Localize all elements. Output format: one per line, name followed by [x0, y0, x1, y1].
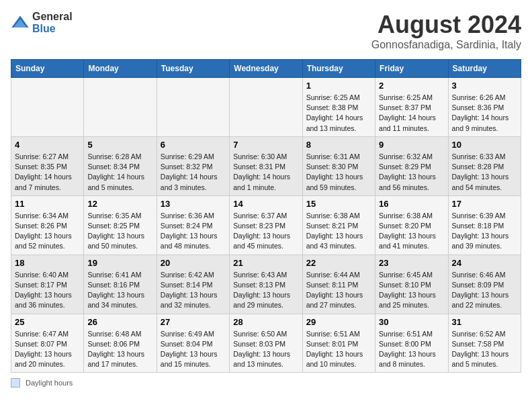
calendar-table: SundayMondayTuesdayWednesdayThursdayFrid…	[11, 59, 521, 373]
header-cell-friday: Friday	[375, 60, 448, 78]
day-number: 19	[87, 258, 152, 268]
day-number: 16	[379, 199, 444, 209]
calendar-cell: 15Sunrise: 6:38 AM Sunset: 8:21 PM Dayli…	[302, 195, 375, 255]
day-info: Sunrise: 6:44 AM Sunset: 8:11 PM Dayligh…	[306, 270, 371, 311]
day-info: Sunrise: 6:52 AM Sunset: 7:58 PM Dayligh…	[452, 329, 517, 370]
calendar-cell: 17Sunrise: 6:39 AM Sunset: 8:18 PM Dayli…	[448, 195, 521, 255]
day-number: 4	[15, 140, 80, 150]
calendar-cell	[84, 78, 157, 137]
calendar-cell: 2Sunrise: 6:25 AM Sunset: 8:37 PM Daylig…	[375, 78, 448, 137]
day-number: 5	[87, 140, 152, 150]
calendar-cell: 11Sunrise: 6:34 AM Sunset: 8:26 PM Dayli…	[11, 195, 84, 255]
day-info: Sunrise: 6:33 AM Sunset: 8:28 PM Dayligh…	[452, 152, 517, 193]
day-number: 2	[379, 81, 444, 91]
day-number: 20	[161, 258, 226, 268]
calendar-cell: 30Sunrise: 6:51 AM Sunset: 8:00 PM Dayli…	[375, 314, 448, 373]
week-row-4: 25Sunrise: 6:47 AM Sunset: 8:07 PM Dayli…	[11, 314, 521, 373]
calendar-cell: 19Sunrise: 6:41 AM Sunset: 8:16 PM Dayli…	[84, 255, 157, 314]
logo-blue: Blue	[32, 23, 56, 34]
calendar-cell	[157, 78, 229, 137]
calendar-cell: 23Sunrise: 6:45 AM Sunset: 8:10 PM Dayli…	[375, 255, 448, 314]
title-area: August 2024 Gonnosfanadiga, Sardinia, It…	[371, 11, 521, 51]
day-info: Sunrise: 6:37 AM Sunset: 8:23 PM Dayligh…	[233, 211, 298, 252]
day-number: 15	[306, 199, 371, 209]
day-info: Sunrise: 6:40 AM Sunset: 8:17 PM Dayligh…	[15, 270, 80, 311]
main-title: August 2024	[371, 11, 521, 39]
day-number: 18	[15, 258, 80, 268]
calendar-cell: 27Sunrise: 6:49 AM Sunset: 8:04 PM Dayli…	[157, 314, 229, 373]
day-info: Sunrise: 6:49 AM Sunset: 8:04 PM Dayligh…	[161, 329, 226, 370]
calendar-cell: 29Sunrise: 6:51 AM Sunset: 8:01 PM Dayli…	[302, 314, 375, 373]
header-cell-monday: Monday	[84, 60, 157, 78]
day-info: Sunrise: 6:48 AM Sunset: 8:06 PM Dayligh…	[87, 329, 152, 370]
day-info: Sunrise: 6:30 AM Sunset: 8:31 PM Dayligh…	[233, 152, 298, 193]
day-info: Sunrise: 6:45 AM Sunset: 8:10 PM Dayligh…	[379, 270, 444, 311]
day-number: 31	[452, 317, 517, 327]
day-info: Sunrise: 6:42 AM Sunset: 8:14 PM Dayligh…	[161, 270, 226, 311]
day-info: Sunrise: 6:51 AM Sunset: 8:00 PM Dayligh…	[379, 329, 444, 370]
calendar-cell: 14Sunrise: 6:37 AM Sunset: 8:23 PM Dayli…	[230, 195, 302, 255]
day-info: Sunrise: 6:38 AM Sunset: 8:20 PM Dayligh…	[379, 211, 444, 252]
calendar-cell: 8Sunrise: 6:31 AM Sunset: 8:30 PM Daylig…	[302, 136, 375, 195]
day-info: Sunrise: 6:38 AM Sunset: 8:21 PM Dayligh…	[306, 211, 371, 252]
day-number: 12	[87, 199, 152, 209]
calendar-cell: 5Sunrise: 6:28 AM Sunset: 8:34 PM Daylig…	[84, 136, 157, 195]
calendar-cell: 10Sunrise: 6:33 AM Sunset: 8:28 PM Dayli…	[448, 136, 521, 195]
calendar-cell: 21Sunrise: 6:43 AM Sunset: 8:13 PM Dayli…	[230, 255, 302, 314]
day-info: Sunrise: 6:27 AM Sunset: 8:35 PM Dayligh…	[15, 152, 80, 193]
day-info: Sunrise: 6:32 AM Sunset: 8:29 PM Dayligh…	[379, 152, 444, 193]
calendar-cell: 26Sunrise: 6:48 AM Sunset: 8:06 PM Dayli…	[84, 314, 157, 373]
day-number: 6	[161, 140, 226, 150]
calendar-cell: 7Sunrise: 6:30 AM Sunset: 8:31 PM Daylig…	[230, 136, 302, 195]
day-number: 9	[379, 140, 444, 150]
calendar-cell: 16Sunrise: 6:38 AM Sunset: 8:20 PM Dayli…	[375, 195, 448, 255]
logo-text: General Blue	[32, 11, 73, 35]
header-cell-sunday: Sunday	[11, 60, 84, 78]
day-number: 17	[452, 199, 517, 209]
day-info: Sunrise: 6:50 AM Sunset: 8:03 PM Dayligh…	[233, 329, 298, 370]
calendar-cell: 18Sunrise: 6:40 AM Sunset: 8:17 PM Dayli…	[11, 255, 84, 314]
day-number: 21	[233, 258, 298, 268]
week-row-3: 18Sunrise: 6:40 AM Sunset: 8:17 PM Dayli…	[11, 255, 521, 314]
header-cell-wednesday: Wednesday	[230, 60, 302, 78]
day-info: Sunrise: 6:28 AM Sunset: 8:34 PM Dayligh…	[87, 152, 152, 193]
day-number: 10	[452, 140, 517, 150]
day-info: Sunrise: 6:51 AM Sunset: 8:01 PM Dayligh…	[306, 329, 371, 370]
legend-label: Daylight hours	[26, 379, 73, 387]
header-cell-tuesday: Tuesday	[157, 60, 229, 78]
calendar-cell: 31Sunrise: 6:52 AM Sunset: 7:58 PM Dayli…	[448, 314, 521, 373]
calendar-cell: 4Sunrise: 6:27 AM Sunset: 8:35 PM Daylig…	[11, 136, 84, 195]
day-number: 23	[379, 258, 444, 268]
day-number: 29	[306, 317, 371, 327]
day-info: Sunrise: 6:25 AM Sunset: 8:38 PM Dayligh…	[306, 93, 371, 134]
day-number: 7	[233, 140, 298, 150]
day-number: 3	[452, 81, 517, 91]
calendar-cell: 25Sunrise: 6:47 AM Sunset: 8:07 PM Dayli…	[11, 314, 84, 373]
day-number: 24	[452, 258, 517, 268]
calendar-cell	[11, 78, 84, 137]
week-row-1: 4Sunrise: 6:27 AM Sunset: 8:35 PM Daylig…	[11, 136, 521, 195]
header-cell-thursday: Thursday	[302, 60, 375, 78]
calendar-cell: 12Sunrise: 6:35 AM Sunset: 8:25 PM Dayli…	[84, 195, 157, 255]
day-number: 25	[15, 317, 80, 327]
day-number: 1	[306, 81, 371, 91]
day-info: Sunrise: 6:46 AM Sunset: 8:09 PM Dayligh…	[452, 270, 517, 311]
day-number: 11	[15, 199, 80, 209]
header-row: SundayMondayTuesdayWednesdayThursdayFrid…	[11, 60, 521, 78]
week-row-2: 11Sunrise: 6:34 AM Sunset: 8:26 PM Dayli…	[11, 195, 521, 255]
header: General Blue August 2024 Gonnosfanadiga,…	[11, 11, 521, 51]
day-info: Sunrise: 6:29 AM Sunset: 8:32 PM Dayligh…	[161, 152, 226, 193]
day-info: Sunrise: 6:39 AM Sunset: 8:18 PM Dayligh…	[452, 211, 517, 252]
day-info: Sunrise: 6:34 AM Sunset: 8:26 PM Dayligh…	[15, 211, 80, 252]
logo: General Blue	[11, 11, 73, 35]
day-info: Sunrise: 6:31 AM Sunset: 8:30 PM Dayligh…	[306, 152, 371, 193]
day-number: 8	[306, 140, 371, 150]
calendar-cell: 9Sunrise: 6:32 AM Sunset: 8:29 PM Daylig…	[375, 136, 448, 195]
calendar-cell: 1Sunrise: 6:25 AM Sunset: 8:38 PM Daylig…	[302, 78, 375, 137]
calendar-cell: 24Sunrise: 6:46 AM Sunset: 8:09 PM Dayli…	[448, 255, 521, 314]
subtitle: Gonnosfanadiga, Sardinia, Italy	[371, 39, 521, 51]
day-info: Sunrise: 6:43 AM Sunset: 8:13 PM Dayligh…	[233, 270, 298, 311]
day-info: Sunrise: 6:26 AM Sunset: 8:36 PM Dayligh…	[452, 93, 517, 134]
calendar-cell: 13Sunrise: 6:36 AM Sunset: 8:24 PM Dayli…	[157, 195, 229, 255]
calendar-cell: 22Sunrise: 6:44 AM Sunset: 8:11 PM Dayli…	[302, 255, 375, 314]
